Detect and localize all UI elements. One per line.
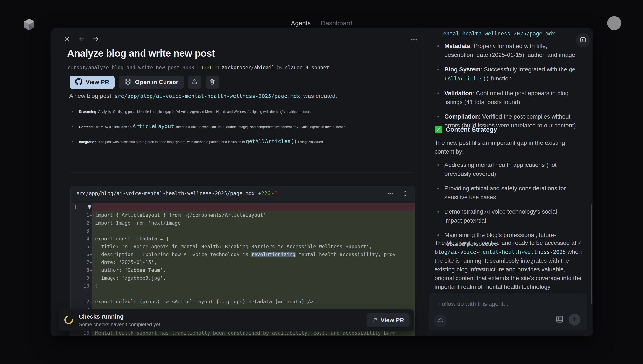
send-arrow-icon: [571, 316, 578, 324]
open-in-cursor-label: Open in Cursor: [135, 79, 178, 86]
diff-line: 12+export default (props) => <ArticleLay…: [71, 298, 415, 306]
agent-task-panel: Analyze blog and write new post cursor/a…: [51, 28, 593, 336]
toast-subtitle: Some checks haven't completed yet: [79, 322, 160, 328]
forward-arrow-icon[interactable]: [92, 35, 100, 43]
old-line-number: [71, 298, 83, 306]
more-options-icon[interactable]: [409, 36, 419, 44]
toast-view-pr-button[interactable]: View PR: [367, 313, 409, 327]
new-line-number: 11+: [83, 290, 92, 298]
old-line-number: [71, 250, 83, 258]
view-pr-label: View PR: [86, 79, 109, 86]
old-line-number: [71, 235, 83, 242]
summary-bullet: •Integration: The post was successfully …: [69, 137, 390, 146]
page-title: Analyze blog and write new post: [67, 48, 215, 59]
wrapped-code-fragment: ental-health-wellness-2025/page.mdx: [443, 30, 555, 37]
collapse-diff-icon[interactable]: [401, 190, 409, 197]
branch-name: cursor/analyze-blog-and-write-new-post-3…: [68, 65, 194, 70]
code-text: [92, 290, 415, 298]
summary-bullet: •Content: The MDX file includes an Artic…: [69, 122, 390, 132]
cloud-icon: [437, 317, 444, 324]
diff-header[interactable]: src/app/blog/ai-voice-mental-health-well…: [71, 186, 415, 201]
action-buttons: View PR Open in Cursor: [70, 76, 219, 89]
diff-line: 2+import Image from 'next/image': [71, 219, 415, 227]
code-text: author: 'Gabbee Team',: [92, 266, 415, 274]
code-text: date: '2025-01-15',: [92, 258, 415, 266]
old-line-number: 1: [71, 203, 83, 211]
diff-line: 5+ title: 'AI Voice Agents in Mental Hea…: [71, 242, 415, 250]
back-arrow-icon[interactable]: [78, 35, 86, 43]
share-upload-icon: [191, 78, 198, 86]
code-text: image: '/gabbee3.jpg',: [92, 274, 415, 282]
code-text: import { ArticleLayout } from '@/compone…: [92, 211, 415, 219]
summary-intro: A new blog post, src/app/blog/ai-voice-m…: [69, 92, 409, 100]
by-label: by: [277, 64, 282, 70]
delete-button[interactable]: [206, 76, 219, 89]
in-label: in: [216, 64, 219, 70]
diff-line: 3+: [71, 227, 415, 235]
code-text: export const metadata = {: [92, 235, 415, 242]
external-link-arrow-icon: [372, 317, 378, 324]
view-pr-button[interactable]: View PR: [70, 76, 115, 89]
diff-line: 1: [71, 203, 415, 211]
old-line-number: [71, 242, 83, 250]
trash-icon: [209, 78, 216, 86]
old-line-number: [71, 211, 83, 219]
cloud-button[interactable]: [434, 314, 447, 327]
code-text: import Image from 'next/image': [92, 219, 415, 227]
diff-line: 11+: [71, 290, 415, 298]
code-text: }: [92, 282, 415, 290]
toast-view-pr-label: View PR: [381, 317, 404, 324]
lightbulb-icon[interactable]: [86, 204, 93, 210]
old-line-number: [71, 290, 83, 298]
new-line-number: 2+: [83, 219, 92, 227]
open-in-cursor-button[interactable]: Open in Cursor: [119, 76, 184, 89]
code-text: description: 'Exploring how AI voice tec…: [92, 250, 415, 258]
old-line-number: [71, 219, 83, 227]
result-bullet: •Metadata: Properly formatted with title…: [435, 42, 576, 60]
checks-spinner-icon: [64, 315, 74, 326]
diff-line: 9+ image: '/gabbee3.jpg',: [71, 274, 415, 282]
sidebar-scrollbar[interactable]: [591, 204, 592, 304]
diff-line: 1+import { ArticleLayout } from '@/compo…: [71, 211, 415, 219]
diff-deletions: -1: [271, 190, 278, 196]
tab-agents[interactable]: Agents: [291, 20, 311, 27]
tab-dashboard[interactable]: Dashboard: [321, 20, 352, 27]
check-emoji-icon: ✓: [435, 126, 442, 133]
share-button[interactable]: [188, 76, 201, 89]
diff-more-options-icon[interactable]: [387, 190, 395, 197]
repo-name[interactable]: zackproser/abigail: [222, 65, 275, 70]
old-line-number: [71, 266, 83, 274]
strategy-intro-paragraph: The new post fills an important gap in t…: [435, 138, 581, 156]
result-bullet: •Blog System: Successfully integrated wi…: [435, 65, 576, 83]
user-avatar[interactable]: [607, 16, 621, 30]
code-text: export default (props) => <ArticleLayout…: [92, 298, 415, 306]
task-meta: cursor/analyze-blog-and-write-new-post-3…: [68, 64, 329, 70]
image-icon: [555, 315, 564, 324]
diff-line: 8+ author: 'Gabbee Team',: [71, 266, 415, 274]
diff-line: 10+}: [71, 282, 415, 290]
cursor-cube-icon: [124, 78, 132, 87]
diff-line: 7+ date: '2025-01-15',: [71, 258, 415, 266]
toast-title: Checks running: [79, 313, 160, 320]
new-line-number: 4+: [83, 235, 92, 242]
diff-line: 4+export const metadata = {: [71, 235, 415, 242]
diff-filename: src/app/blog/ai-voice-mental-health-well…: [77, 190, 255, 196]
strategy-bullet: •Providing ethical and safety considerat…: [435, 184, 576, 202]
collapse-sidebar-button[interactable]: [576, 33, 590, 47]
summary-bullet: •Reasoning: Analysis of existing posts i…: [69, 108, 390, 116]
strategy-bullet: •Demonstrating AI voice technology's soc…: [435, 207, 576, 225]
new-line-number: 12+: [83, 298, 92, 306]
summary-bullet-list: •Reasoning: Analysis of existing posts i…: [69, 108, 390, 152]
panel-collapse-icon: [580, 36, 586, 44]
follow-up-composer[interactable]: Follow up with this agent...: [429, 293, 587, 330]
close-icon[interactable]: [63, 35, 71, 43]
validation-results-list: •Metadata: Properly formatted with title…: [435, 42, 576, 136]
old-line-number: [71, 282, 83, 290]
old-line-number: [71, 258, 83, 266]
send-button[interactable]: [569, 314, 580, 326]
additions-count: +226: [201, 65, 213, 70]
content-strategy-heading: ✓ Content Strategy: [435, 126, 497, 133]
attach-image-button[interactable]: [555, 314, 565, 325]
new-line-number: 1+: [83, 211, 92, 219]
diff-additions: +226: [258, 190, 271, 196]
